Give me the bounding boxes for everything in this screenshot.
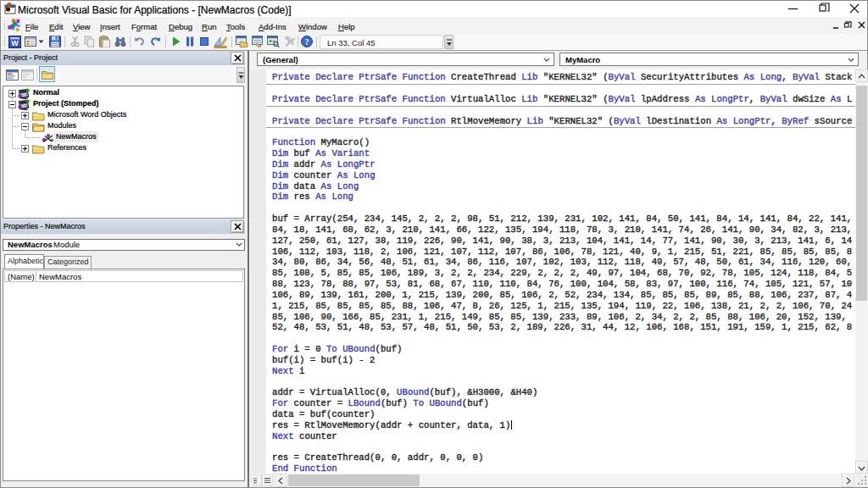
svg-text:W: W bbox=[11, 39, 19, 47]
svg-text:?: ? bbox=[305, 37, 309, 47]
